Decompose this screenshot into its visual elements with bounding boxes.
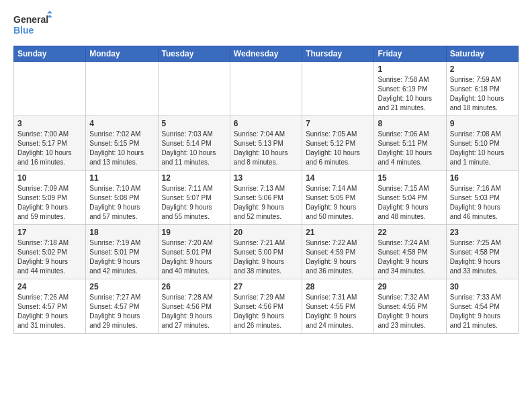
day-number: 15 — [378, 173, 442, 183]
calendar-cell: 1Sunrise: 7:58 AM Sunset: 6:19 PM Daylig… — [374, 62, 446, 116]
day-info: Sunrise: 7:15 AM Sunset: 5:04 PM Dayligh… — [378, 184, 442, 222]
page-header: General Blue — [13, 11, 519, 40]
day-info: Sunrise: 7:06 AM Sunset: 5:11 PM Dayligh… — [378, 130, 442, 167]
calendar-cell: 13Sunrise: 7:13 AM Sunset: 5:06 PM Dayli… — [230, 171, 302, 225]
calendar-cell: 3Sunrise: 7:00 AM Sunset: 5:17 PM Daylig… — [14, 116, 86, 171]
day-info: Sunrise: 7:32 AM Sunset: 4:55 PM Dayligh… — [378, 293, 442, 330]
calendar-cell — [230, 62, 302, 116]
header-monday: Monday — [86, 46, 158, 62]
calendar-cell: 22Sunrise: 7:24 AM Sunset: 4:58 PM Dayli… — [374, 225, 446, 279]
header-saturday: Saturday — [446, 46, 518, 62]
day-info: Sunrise: 7:16 AM Sunset: 5:03 PM Dayligh… — [450, 184, 515, 222]
day-info: Sunrise: 7:29 AM Sunset: 4:56 PM Dayligh… — [234, 293, 298, 330]
day-number: 26 — [162, 282, 226, 291]
day-info: Sunrise: 7:10 AM Sunset: 5:08 PM Dayligh… — [89, 184, 154, 222]
day-info: Sunrise: 7:05 AM Sunset: 5:12 PM Dayligh… — [306, 130, 370, 167]
calendar-cell: 30Sunrise: 7:33 AM Sunset: 4:54 PM Dayli… — [446, 279, 518, 334]
day-info: Sunrise: 7:20 AM Sunset: 5:01 PM Dayligh… — [162, 238, 226, 276]
day-info: Sunrise: 7:28 AM Sunset: 4:56 PM Dayligh… — [162, 293, 226, 330]
day-number: 4 — [89, 119, 154, 128]
day-info: Sunrise: 7:25 AM Sunset: 4:58 PM Dayligh… — [450, 238, 515, 276]
calendar-cell — [158, 62, 230, 116]
day-info: Sunrise: 7:13 AM Sunset: 5:06 PM Dayligh… — [234, 184, 298, 222]
day-number: 29 — [378, 282, 442, 291]
day-number: 10 — [17, 173, 82, 183]
day-number: 25 — [89, 282, 154, 291]
day-number: 28 — [306, 282, 370, 291]
day-number: 27 — [234, 282, 298, 291]
calendar-cell — [14, 62, 86, 116]
header-wednesday: Wednesday — [230, 46, 302, 62]
day-info: Sunrise: 7:18 AM Sunset: 5:02 PM Dayligh… — [17, 238, 82, 276]
logo: General Blue — [13, 11, 54, 40]
calendar-cell: 25Sunrise: 7:27 AM Sunset: 4:57 PM Dayli… — [86, 279, 158, 334]
day-info: Sunrise: 7:21 AM Sunset: 5:00 PM Dayligh… — [234, 238, 298, 276]
header-friday: Friday — [374, 46, 446, 62]
calendar-cell: 18Sunrise: 7:19 AM Sunset: 5:01 PM Dayli… — [86, 225, 158, 279]
day-info: Sunrise: 7:00 AM Sunset: 5:17 PM Dayligh… — [17, 130, 82, 167]
day-info: Sunrise: 7:02 AM Sunset: 5:15 PM Dayligh… — [89, 130, 154, 167]
header-thursday: Thursday — [302, 46, 374, 62]
svg-text:Blue: Blue — [13, 25, 34, 36]
calendar-cell: 14Sunrise: 7:14 AM Sunset: 5:05 PM Dayli… — [302, 171, 374, 225]
day-number: 2 — [450, 64, 515, 74]
calendar-cell: 23Sunrise: 7:25 AM Sunset: 4:58 PM Dayli… — [446, 225, 518, 279]
day-info: Sunrise: 7:58 AM Sunset: 6:19 PM Dayligh… — [378, 75, 442, 113]
day-number: 6 — [234, 119, 298, 128]
day-info: Sunrise: 7:33 AM Sunset: 4:54 PM Dayligh… — [450, 293, 515, 330]
calendar-cell: 7Sunrise: 7:05 AM Sunset: 5:12 PM Daylig… — [302, 116, 374, 171]
day-info: Sunrise: 7:24 AM Sunset: 4:58 PM Dayligh… — [378, 238, 442, 276]
calendar-cell: 9Sunrise: 7:08 AM Sunset: 5:10 PM Daylig… — [446, 116, 518, 171]
calendar-cell: 4Sunrise: 7:02 AM Sunset: 5:15 PM Daylig… — [86, 116, 158, 171]
calendar-cell: 2Sunrise: 7:59 AM Sunset: 6:18 PM Daylig… — [446, 62, 518, 116]
calendar-table: SundayMondayTuesdayWednesdayThursdayFrid… — [13, 46, 519, 334]
day-number: 3 — [17, 119, 82, 128]
day-info: Sunrise: 7:03 AM Sunset: 5:14 PM Dayligh… — [162, 130, 226, 167]
calendar-cell: 27Sunrise: 7:29 AM Sunset: 4:56 PM Dayli… — [230, 279, 302, 334]
day-number: 22 — [378, 228, 442, 237]
day-number: 24 — [17, 282, 82, 291]
day-info: Sunrise: 7:09 AM Sunset: 5:09 PM Dayligh… — [17, 184, 82, 222]
calendar-cell: 29Sunrise: 7:32 AM Sunset: 4:55 PM Dayli… — [374, 279, 446, 334]
calendar-cell: 26Sunrise: 7:28 AM Sunset: 4:56 PM Dayli… — [158, 279, 230, 334]
day-info: Sunrise: 7:31 AM Sunset: 4:55 PM Dayligh… — [306, 293, 370, 330]
day-number: 17 — [17, 228, 82, 237]
calendar-cell: 21Sunrise: 7:22 AM Sunset: 4:59 PM Dayli… — [302, 225, 374, 279]
calendar-cell: 12Sunrise: 7:11 AM Sunset: 5:07 PM Dayli… — [158, 171, 230, 225]
day-number: 20 — [234, 228, 298, 237]
day-info: Sunrise: 7:26 AM Sunset: 4:57 PM Dayligh… — [17, 293, 82, 330]
day-number: 14 — [306, 173, 370, 183]
day-number: 21 — [306, 228, 370, 237]
day-number: 8 — [378, 119, 442, 128]
day-info: Sunrise: 7:11 AM Sunset: 5:07 PM Dayligh… — [162, 184, 226, 222]
day-number: 7 — [306, 119, 370, 128]
day-number: 19 — [162, 228, 226, 237]
calendar-cell — [302, 62, 374, 116]
svg-marker-2 — [47, 11, 52, 13]
day-number: 12 — [162, 173, 226, 183]
day-number: 9 — [450, 119, 515, 128]
day-info: Sunrise: 7:19 AM Sunset: 5:01 PM Dayligh… — [89, 238, 154, 276]
header-tuesday: Tuesday — [158, 46, 230, 62]
day-number: 13 — [234, 173, 298, 183]
day-number: 5 — [162, 119, 226, 128]
svg-text:General: General — [13, 14, 48, 25]
calendar-cell: 17Sunrise: 7:18 AM Sunset: 5:02 PM Dayli… — [14, 225, 86, 279]
calendar-cell — [86, 62, 158, 116]
day-info: Sunrise: 7:59 AM Sunset: 6:18 PM Dayligh… — [450, 75, 515, 113]
day-info: Sunrise: 7:14 AM Sunset: 5:05 PM Dayligh… — [306, 184, 370, 222]
calendar-cell: 6Sunrise: 7:04 AM Sunset: 5:13 PM Daylig… — [230, 116, 302, 171]
day-number: 16 — [450, 173, 515, 183]
calendar-cell: 11Sunrise: 7:10 AM Sunset: 5:08 PM Dayli… — [86, 171, 158, 225]
calendar-cell: 15Sunrise: 7:15 AM Sunset: 5:04 PM Dayli… — [374, 171, 446, 225]
day-info: Sunrise: 7:08 AM Sunset: 5:10 PM Dayligh… — [450, 130, 515, 167]
day-number: 11 — [89, 173, 154, 183]
day-number: 30 — [450, 282, 515, 291]
day-number: 18 — [89, 228, 154, 237]
day-info: Sunrise: 7:22 AM Sunset: 4:59 PM Dayligh… — [306, 238, 370, 276]
day-number: 23 — [450, 228, 515, 237]
logo-icon: General Blue — [13, 11, 54, 40]
calendar-cell: 24Sunrise: 7:26 AM Sunset: 4:57 PM Dayli… — [14, 279, 86, 334]
calendar-cell: 28Sunrise: 7:31 AM Sunset: 4:55 PM Dayli… — [302, 279, 374, 334]
calendar-cell: 10Sunrise: 7:09 AM Sunset: 5:09 PM Dayli… — [14, 171, 86, 225]
